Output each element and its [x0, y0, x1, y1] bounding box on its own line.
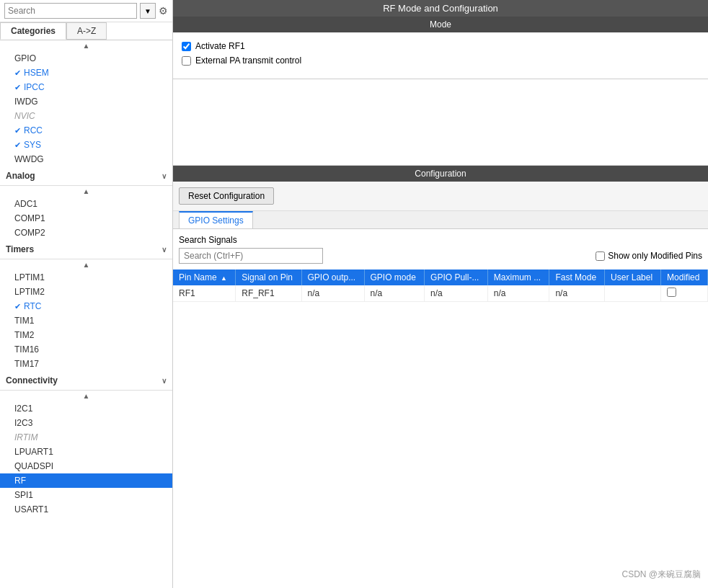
section-connectivity-label: Connectivity — [6, 375, 58, 386]
sidebar-item-rcc[interactable]: ✔RCC — [0, 123, 172, 138]
mode-section-body: Activate RF1 External PA transmit contro… — [173, 32, 708, 79]
sidebar-item-lptim2[interactable]: LPTIM2 — [0, 285, 172, 299]
sidebar-item-irtim[interactable]: IRTIM — [0, 430, 172, 445]
cell-fast-mode: n/a — [549, 285, 605, 302]
scroll-up-analog[interactable]: ▲ — [0, 186, 172, 197]
sidebar-item-tim1[interactable]: TIM1 — [0, 313, 172, 328]
show-modified-label[interactable]: Show only Modified Pins — [608, 251, 702, 261]
section-timers[interactable]: Timers ∨ — [0, 240, 172, 259]
show-modified-checkbox[interactable] — [596, 251, 605, 261]
sidebar-item-tim16[interactable]: TIM16 — [0, 342, 172, 357]
item-label: NVIC — [14, 111, 35, 121]
sidebar-item-i2c1[interactable]: I2C1 — [0, 401, 172, 416]
sidebar-search-input[interactable] — [4, 3, 137, 19]
col-modified[interactable]: Modified — [661, 270, 708, 285]
config-toolbar: Reset Configuration — [173, 182, 708, 211]
search-signals-input[interactable] — [179, 248, 323, 264]
col-user-label[interactable]: User Label — [605, 270, 661, 285]
col-pin-name-label: Pin Name — [179, 272, 217, 282]
activate-rf1-label[interactable]: Activate RF1 — [195, 41, 245, 51]
sidebar-item-lpuart1[interactable]: LPUART1 — [0, 445, 172, 459]
item-label: IRTIM — [14, 432, 37, 442]
item-label: LPTIM1 — [14, 272, 45, 282]
sidebar-item-wwdg[interactable]: WWDG — [0, 152, 172, 166]
check-icon: ✔ — [14, 68, 21, 78]
tab-atoz[interactable]: A->Z — [66, 22, 107, 40]
col-gpio-mode[interactable]: GPIO mode — [364, 270, 425, 285]
sidebar-item-adc1[interactable]: ADC1 — [0, 197, 172, 211]
sidebar-item-nvic[interactable]: NVIC — [0, 109, 172, 123]
check-icon: ✔ — [14, 302, 21, 311]
cell-user-label — [605, 285, 661, 302]
item-label: QUADSPI — [14, 461, 53, 471]
item-label: USART1 — [14, 504, 48, 514]
show-modified-row: Show only Modified Pins — [596, 251, 702, 261]
sidebar-item-tim2[interactable]: TIM2 — [0, 328, 172, 342]
main-header: RF Mode and Configuration — [173, 0, 708, 17]
sidebar-item-gpio[interactable]: GPIO — [0, 51, 172, 66]
item-label: LPTIM2 — [14, 287, 45, 297]
modified-checkbox[interactable] — [667, 288, 676, 297]
tab-categories[interactable]: Categories — [0, 22, 66, 40]
section-analog[interactable]: Analog ∨ — [0, 166, 172, 186]
sidebar-item-sys[interactable]: ✔SYS — [0, 138, 172, 152]
external-pa-label[interactable]: External PA transmit control — [195, 55, 301, 66]
sidebar-dropdown-arrow[interactable]: ▼ — [140, 3, 156, 19]
chevron-down-icon: ∨ — [161, 246, 167, 254]
item-label: TIM1 — [14, 316, 34, 326]
reset-config-button[interactable]: Reset Configuration — [179, 187, 274, 205]
scroll-up-timers[interactable]: ▲ — [0, 259, 172, 270]
sidebar-item-spi1[interactable]: SPI1 — [0, 488, 172, 502]
external-pa-checkbox[interactable] — [182, 56, 191, 66]
cell-gpio-mode: n/a — [364, 285, 425, 302]
scroll-up-arrow[interactable]: ▲ — [0, 40, 172, 51]
section-timers-label: Timers — [6, 244, 34, 254]
activate-rf1-checkbox[interactable] — [182, 42, 191, 51]
watermark: CSDN @来碗豆腐脑 — [621, 569, 701, 581]
config-header-label: Configuration — [415, 169, 466, 179]
sidebar-item-i2c3[interactable]: I2C3 — [0, 416, 172, 430]
gpio-settings-tab[interactable]: GPIO Settings — [179, 211, 253, 228]
sidebar-item-iwdg[interactable]: IWDG — [0, 94, 172, 109]
item-label: IPCC — [24, 82, 45, 92]
config-section-header: Configuration — [173, 166, 708, 182]
sidebar-item-comp1[interactable]: COMP1 — [0, 211, 172, 226]
item-label: COMP1 — [14, 213, 45, 223]
col-maximum[interactable]: Maximum ... — [487, 270, 549, 285]
sidebar-item-ipcc[interactable]: ✔IPCC — [0, 80, 172, 94]
gear-icon[interactable]: ⚙ — [159, 5, 168, 17]
item-label: I2C3 — [14, 418, 32, 428]
blank-area — [173, 79, 708, 166]
sidebar-item-usart1[interactable]: USART1 — [0, 502, 172, 517]
item-label: GPIO — [14, 53, 36, 63]
col-pin-name[interactable]: Pin Name ▲ — [173, 270, 236, 285]
sidebar-item-rf[interactable]: RF — [0, 473, 172, 488]
sidebar: ▼ ⚙ Categories A->Z ▲ GPIO ✔HSEM ✔IPCC I… — [0, 0, 173, 588]
mode-section-header: Mode — [173, 17, 708, 32]
check-icon: ✔ — [14, 141, 21, 150]
gpio-table-wrapper: Pin Name ▲ Signal on Pin GPIO outp... GP… — [173, 270, 708, 302]
sidebar-item-rtc[interactable]: ✔RTC — [0, 299, 172, 313]
sidebar-item-lptim1[interactable]: LPTIM1 — [0, 270, 172, 285]
external-pa-option: External PA transmit control — [182, 55, 699, 66]
cell-maximum: n/a — [487, 285, 549, 302]
item-label: WWDG — [14, 154, 44, 164]
sidebar-item-hsem[interactable]: ✔HSEM — [0, 66, 172, 80]
sidebar-item-tim17[interactable]: TIM17 — [0, 357, 172, 371]
scroll-up-connectivity[interactable]: ▲ — [0, 391, 172, 401]
col-gpio-pull[interactable]: GPIO Pull-... — [425, 270, 488, 285]
col-signal-on-pin[interactable]: Signal on Pin — [236, 270, 301, 285]
search-signals-area: Search Signals Show only Modified Pins — [173, 229, 708, 270]
item-label: RCC — [24, 125, 43, 135]
col-gpio-output[interactable]: GPIO outp... — [301, 270, 364, 285]
search-row: Show only Modified Pins — [179, 248, 702, 264]
item-label: RTC — [24, 301, 41, 311]
section-connectivity[interactable]: Connectivity ∨ — [0, 371, 172, 391]
section-analog-label: Analog — [6, 171, 35, 181]
col-fast-mode[interactable]: Fast Mode — [549, 270, 605, 285]
chevron-down-icon: ∨ — [161, 377, 167, 385]
gpio-tab-row: GPIO Settings — [173, 211, 708, 229]
sidebar-item-quadspi[interactable]: QUADSPI — [0, 459, 172, 473]
sidebar-item-comp2[interactable]: COMP2 — [0, 226, 172, 240]
cell-modified — [661, 285, 708, 302]
